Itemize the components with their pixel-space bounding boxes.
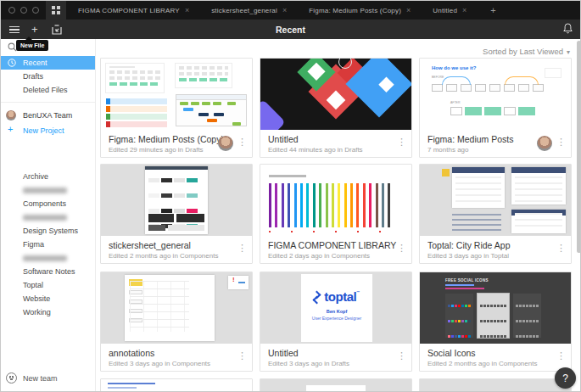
thumb-after-label: AFTER [450,101,460,104]
file-card-toptal-city-ride-app[interactable]: Toptal: City Ride App Edited 3 days ago … [419,164,572,264]
sidebar-item-deleted-files[interactable]: Deleted Files [1,83,95,97]
tab-label: stickersheet_general [211,7,277,14]
sidebar-item-label: Components [23,199,66,208]
window-close-button[interactable] [8,7,15,14]
figma-app-window: FIGMA COMPONENT LIBRARY × stickersheet_g… [0,0,581,392]
tab-untitled[interactable]: Untitled × [433,6,466,14]
tab-close-icon[interactable]: × [462,6,466,14]
card-menu-icon[interactable]: ⋮ [397,243,406,254]
sidebar-item-figma[interactable]: Figma [1,238,95,251]
file-thumbnail: FREE SOCIAL ICONS [420,272,571,344]
open-file-tabs: FIGMA COMPONENT LIBRARY × stickersheet_g… [78,5,496,15]
tab-figma-component-library[interactable]: FIGMA COMPONENT LIBRARY × [78,6,189,14]
grid-icon [52,6,60,14]
sidebar-item-design-systems[interactable]: Design Systems [1,224,95,238]
designer-name: Ben Kopf [327,309,347,314]
sidebar: New File Recent Drafts Deleted Files [1,39,96,392]
toptal-mark-icon [314,292,321,302]
sort-dropdown[interactable]: Sorted by Last Viewed▾ [483,47,570,56]
tab-stickersheet-general[interactable]: stickersheet_general × [211,6,287,14]
card-menu-icon[interactable]: ⋮ [397,350,406,361]
sidebar-item-label: Software Notes [23,267,75,276]
tab-close-icon[interactable]: × [185,6,189,14]
sidebar-item-toptal[interactable]: Toptal [1,278,95,292]
file-title: Untitled [268,134,405,144]
file-card-figma-medium-posts[interactable]: How do we use it? BEFORE AFTER Figma: Me… [419,58,572,158]
file-meta: Edited 3 days ago in Drafts [268,360,405,367]
sidebar-item-drafts[interactable]: Drafts [1,70,95,83]
tab-close-icon[interactable]: × [282,6,287,14]
file-thumbnail: ! [101,272,252,344]
import-icon [52,25,62,35]
team-avatar [6,110,16,120]
file-card-untitled-2[interactable]: toptal ™ Ben Kopf User Experience Design… [260,272,412,372]
card-menu-icon[interactable]: ⋮ [556,243,566,254]
card-menu-icon[interactable]: ⋮ [237,350,247,361]
card-menu-icon[interactable]: ⋮ [237,137,247,148]
sidebar-item-archive[interactable]: Archive [1,170,95,183]
sidebar-item-website[interactable]: Website [1,292,95,305]
sidebar-project-list: ArchiveComponentsDesign SystemsFigmaSoft… [1,170,95,319]
sidebar-item-recent[interactable]: Recent [1,56,95,70]
icon-grid-color [445,294,473,338]
trademark: ™ [356,290,360,294]
sidebar-item-components[interactable]: Components [1,197,95,210]
file-card-partial[interactable] [260,378,412,392]
sidebar-item-software-notes[interactable]: Software Notes [1,265,95,278]
file-card-figma-medium-posts-copy[interactable]: Figma: Medium Posts (Copy) Edited 29 min… [100,58,253,158]
file-title: stickersheet_general [109,240,245,250]
sidebar-item-label: Figma [23,240,44,249]
team-name: BenUXA Team [23,111,72,120]
file-card-figma-component-library[interactable]: FIGMA COMPONENT LIBRARY Edited 2 days ag… [260,164,412,264]
file-title: Untitled [268,348,405,358]
card-menu-icon[interactable]: ⋮ [556,137,566,148]
new-team-label: New team [23,374,58,383]
card-menu-icon[interactable]: ⋮ [556,350,566,361]
sidebar-item-redacted[interactable] [1,210,95,224]
file-card-untitled-1[interactable]: Untitled Edited 44 minutes ago in Drafts… [260,58,412,158]
home-button[interactable] [46,1,66,20]
sort-label: Sorted by Last Viewed [483,47,563,56]
icon-grid-light [478,294,509,338]
file-card-social-icons[interactable]: FREE SOCIAL ICONS Social Icons Edited 2 … [419,272,572,372]
after-row [450,107,561,122]
new-team-button[interactable]: New team [1,371,95,386]
window-minimize-button[interactable] [20,7,27,14]
sidebar-item-label: Archive [23,172,48,181]
file-thumbnail [260,165,411,236]
sidebar-team[interactable]: BenUXA Team [1,108,95,123]
menu-icon[interactable] [9,26,20,33]
import-file-button[interactable] [52,25,62,35]
sidebar-item-redacted[interactable] [1,183,95,197]
file-thumbnail [420,165,571,236]
file-meta: Edited 3 days ago in Toptal [427,252,564,260]
sidebar-item-working[interactable]: Working [1,305,95,319]
file-card-annotations[interactable]: ! annotations Edited 3 days ago in Compo… [100,272,253,372]
recent-files-panel: Sorted by Last Viewed▾ [96,39,581,392]
file-title: Toptal: City Ride App [427,240,564,250]
card-menu-icon[interactable]: ⋮ [237,243,247,254]
tab-close-icon[interactable]: × [406,6,411,14]
file-thumbnail [260,59,411,130]
avatar [537,136,552,151]
plus-icon: + [8,124,13,134]
sidebar-item-redacted[interactable] [1,251,95,265]
tab-figma-medium-posts-copy[interactable]: Figma: Medium Posts (Copy) × [309,6,411,14]
help-button[interactable]: ? [555,367,576,389]
scrollbar[interactable] [577,41,581,253]
note-card: ! [228,276,249,289]
new-tab-button[interactable]: + [490,5,495,15]
new-file-button[interactable]: + [31,23,38,36]
toptal-logo: toptal ™ [314,289,359,304]
thumb-before-label: BEFORE [432,76,444,79]
file-title: annotations [109,348,245,358]
file-card-partial[interactable] [419,378,572,392]
file-card-stickersheet-general[interactable]: stickersheet_general Edited 2 months ago… [100,164,253,264]
card-menu-icon[interactable]: ⋮ [397,137,406,148]
file-meta: Edited 3 days ago in Components [109,360,245,367]
window-zoom-button[interactable] [32,7,39,14]
notifications-button[interactable] [562,22,573,35]
new-project-button[interactable]: + New Project [1,123,95,138]
team-icon [6,372,17,384]
file-card-partial[interactable] [100,378,253,392]
